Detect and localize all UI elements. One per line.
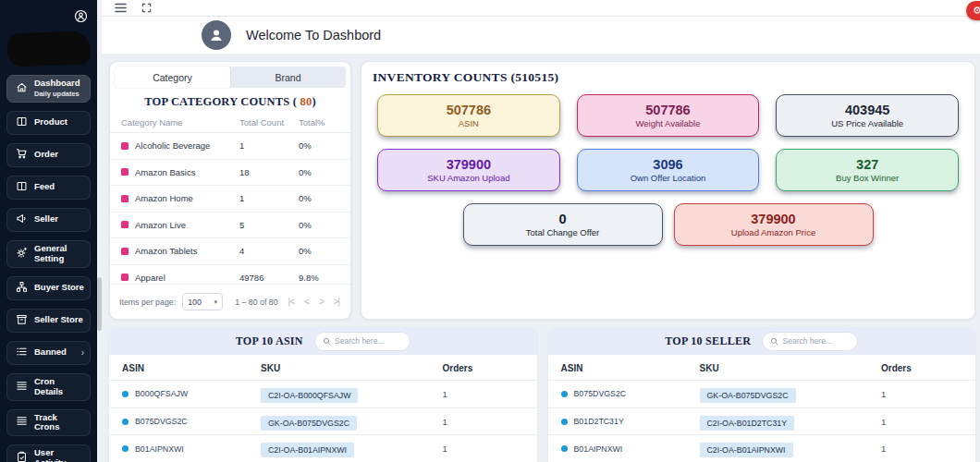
category-brand-tabs: Category Brand: [115, 67, 346, 88]
column-header: Total Count: [239, 117, 299, 128]
asin-table-header: ASIN SKU Orders: [109, 355, 537, 380]
menu-icon: [16, 379, 28, 395]
bullet-icon: [561, 445, 568, 452]
page-scrollbar[interactable]: [97, 0, 102, 462]
column-header: SKU: [261, 363, 443, 373]
top-asin-title: TOP 10 ASIN: [236, 334, 303, 348]
sidebar-item-label: Order: [34, 150, 58, 160]
table-row: B075DVGS2CGK-OA-B075DVGS2C1: [548, 380, 976, 407]
table-row: Alcoholic Beverage10%: [110, 133, 350, 160]
sidebar-item-product[interactable]: Product: [6, 111, 91, 135]
table-row: Amazon Basics180%: [110, 160, 350, 187]
cart-icon: [16, 147, 28, 164]
page-title: Welcome To Dashbord: [246, 28, 381, 43]
table-row: B075DVGS2CGK-OA-B075DVGS2C1: [109, 407, 537, 435]
category-table-body: Alcoholic Beverage10% Amazon Basics180% …: [110, 133, 350, 284]
stat-card-total-change-offer: 0Total Change Offer: [463, 203, 663, 246]
sidebar-item-seller[interactable]: Seller: [6, 208, 91, 232]
table-row: B01AIPNXWIC2I-OA-B01AIPNXWI1: [548, 434, 976, 462]
sidebar-item-buyer-store[interactable]: Buyer Store: [6, 276, 91, 300]
dashboard-content: Category Brand TOP CATEGORY COUNTS ( 80)…: [102, 54, 980, 462]
asin-search-input[interactable]: [335, 336, 402, 346]
column-header: ASIN: [122, 363, 261, 373]
hamburger-menu-icon[interactable]: [115, 3, 127, 13]
sidebar-item-label: Product: [34, 117, 67, 128]
fullscreen-icon[interactable]: [141, 3, 152, 13]
sidebar-item-dashboard[interactable]: Dashboard Daily updates: [6, 75, 91, 103]
tab-brand[interactable]: Brand: [230, 67, 346, 88]
sidebar-item-label: Track Crons: [34, 413, 84, 433]
stat-card-own-offer-location: 3096Own Offer Location: [577, 149, 760, 191]
last-page-icon[interactable]: >|: [334, 297, 339, 307]
sidebar-item-user-activity[interactable]: User Activity: [6, 444, 91, 462]
bullet-icon: [561, 391, 568, 397]
prev-page-icon[interactable]: <: [304, 297, 309, 307]
next-page-icon[interactable]: >: [319, 297, 324, 307]
sidebar: Dashboard Daily updates Product Order Fe…: [0, 0, 97, 462]
bullet-icon: [122, 391, 129, 397]
tab-category[interactable]: Category: [115, 67, 230, 88]
seller-search-box: [762, 332, 858, 351]
user-circle-icon[interactable]: [74, 9, 88, 23]
top-toolbar: ⚙: [102, 0, 980, 17]
inventory-panel: INVENTORY COUNTS (510515) 507786ASIN 507…: [361, 61, 975, 320]
items-per-page-label: Items per page:: [119, 298, 176, 307]
first-page-icon[interactable]: |<: [288, 297, 294, 307]
top-seller-panel: TOP 10 SELLER ASIN SKU Orders B075DVGS2C…: [548, 327, 976, 462]
sidebar-item-label: User Activity: [34, 448, 84, 462]
seller-table-header: ASIN SKU Orders: [548, 355, 976, 380]
column-header: Total%: [299, 117, 339, 128]
sidebar-item-cron-details[interactable]: Cron Details: [6, 373, 91, 401]
paginator: Items per page: 100▾ 1 – 80 of 80 |< < >…: [110, 284, 350, 319]
category-table-header: Category Name Total Count Total%: [110, 114, 350, 133]
category-marker-icon: [121, 142, 129, 150]
stat-card-upload-amazon-price: 379900Upload Amazon Price: [674, 203, 874, 246]
gear-icon: [16, 246, 28, 262]
stat-card-buy-box-winner: 327Buy Box Winner: [776, 149, 959, 191]
category-marker-icon: [121, 195, 129, 202]
stat-card-asin: 507786ASIN: [377, 94, 560, 137]
column-header: Orders: [443, 363, 524, 373]
sidebar-item-label: Feed: [34, 182, 55, 192]
sidebar-item-label: Seller: [34, 214, 58, 225]
category-marker-icon: [121, 274, 129, 281]
sidebar-item-seller-store[interactable]: Seller Store: [6, 309, 91, 333]
chevron-right-icon: ›: [81, 347, 84, 358]
app-logo: [6, 30, 90, 67]
column-header: SKU: [700, 363, 882, 373]
megaphone-icon: [16, 212, 28, 228]
sitemap-icon: [16, 280, 28, 297]
book-icon: [16, 179, 28, 196]
category-marker-icon: [121, 221, 129, 228]
list-icon: [16, 345, 28, 361]
category-panel: Category Brand TOP CATEGORY COUNTS ( 80)…: [109, 61, 351, 320]
sidebar-item-general-setting[interactable]: General Setting: [6, 240, 91, 268]
sidebar-item-label: General Setting: [34, 244, 84, 264]
book-icon: [16, 115, 28, 131]
table-row: B01D2TC31YC2I-OA-B01D2TC31Y1: [548, 407, 976, 435]
sidebar-item-label: Banned: [34, 347, 67, 358]
home-icon: [16, 80, 28, 97]
page-size-select[interactable]: 100▾: [182, 293, 223, 310]
table-row: Apparel497869.8%: [110, 265, 350, 285]
table-row: Amazon Home10%: [110, 186, 350, 213]
sidebar-item-banned[interactable]: Banned ›: [6, 341, 91, 365]
category-panel-title: TOP CATEGORY COUNTS ( 80): [110, 90, 350, 114]
menu-icon: [16, 414, 28, 431]
scrollbar-thumb[interactable]: [97, 277, 102, 331]
sidebar-item-sublabel: Daily updates: [34, 90, 80, 98]
avatar: [202, 20, 231, 50]
sidebar-item-track-crons[interactable]: Track Crons: [6, 409, 91, 437]
column-header: ASIN: [561, 363, 700, 373]
seller-search-input[interactable]: [783, 336, 851, 346]
dropdown-arrow-icon: ▾: [214, 298, 218, 306]
category-marker-icon: [121, 168, 129, 176]
stat-card-us-price-available: 403945US Price Available: [776, 94, 959, 137]
asin-search-box: [314, 332, 410, 351]
table-row: B000QFSAJWC2I-OA-B000QFSAJW1: [109, 380, 537, 407]
logout-button[interactable]: ⚙: [966, 1, 980, 20]
sidebar-item-feed[interactable]: Feed: [6, 176, 91, 200]
sidebar-item-label: Cron Details: [34, 377, 84, 397]
search-icon: [770, 336, 778, 346]
sidebar-item-order[interactable]: Order: [6, 143, 91, 167]
